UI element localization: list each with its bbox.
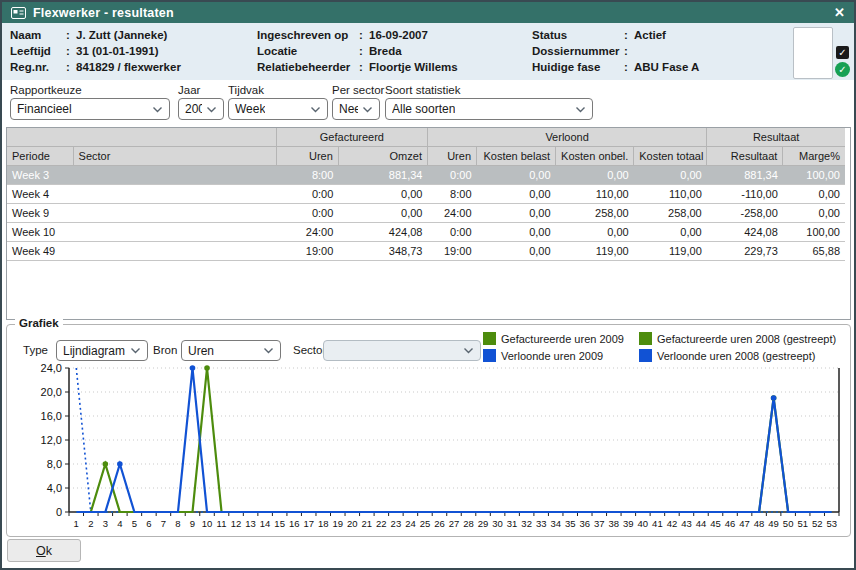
legend-swatch (639, 349, 652, 362)
table-cell: 424,08 (707, 223, 783, 242)
chart-control-label-type: Type (23, 344, 48, 356)
chart-control-label-bron: Bron (153, 344, 177, 356)
table-cell: Week 49 (7, 242, 73, 261)
x-tick-label: 26 (434, 518, 445, 529)
dropdown-value: Week (235, 102, 265, 116)
table-cell: 19:00 (427, 242, 476, 261)
chevron-down-icon (459, 347, 474, 354)
x-tick-label: 15 (274, 518, 285, 529)
check-icon: ✓ (838, 47, 846, 58)
x-tick-label: 9 (190, 518, 195, 529)
table-cell (73, 204, 276, 223)
x-tick-label: 35 (565, 518, 576, 529)
checked-checkbox[interactable]: ✓ (836, 46, 849, 59)
info-label: Naam (10, 27, 66, 43)
table-cell: 0:00 (276, 204, 338, 223)
chart-control-label-sector: Sector (293, 344, 326, 356)
table-cell: Week 4 (7, 185, 73, 204)
table-cell: 0,00 (477, 204, 556, 223)
chart-legend: Gefactureerde uren 2009Gefactureerde ure… (483, 332, 836, 362)
table-row[interactable]: Week 4919:00348,7319:000,00119,00119,002… (7, 242, 845, 261)
table-cell: 24:00 (427, 204, 476, 223)
bron-dropdown[interactable]: Uren (181, 340, 281, 361)
chevron-down-icon (126, 347, 141, 354)
filter-label-soort-statistiek: Soort statistiek (385, 84, 460, 96)
jaar-dropdown[interactable]: 2009 (178, 98, 224, 120)
y-tick-label: 0 (56, 506, 62, 518)
table-cell: -110,00 (707, 185, 783, 204)
filter-label-rapportkeuze: Rapportkeuze (10, 84, 82, 96)
table-cell: 110,00 (634, 185, 707, 204)
table-cell: 0,00 (338, 204, 427, 223)
x-tick-label: 47 (739, 518, 750, 529)
x-tick-label: 53 (826, 518, 837, 529)
soort-statistiek-dropdown[interactable]: Alle soorten (385, 98, 593, 120)
x-tick-label: 43 (681, 518, 692, 529)
x-tick-label: 27 (449, 518, 460, 529)
person-info-row: Naam:J. Zutt (Janneke) (10, 27, 181, 43)
column-header-cell: Periode (7, 147, 73, 166)
info-value: 841829 / flexwerker (76, 59, 181, 75)
ok-button[interactable]: Ok (7, 539, 81, 562)
table-row[interactable]: Week 90:000,0024:000,00258,00258,00-258,… (7, 204, 845, 223)
info-colon: : (66, 27, 76, 43)
info-label: Relatiebeheerder (257, 59, 359, 75)
x-tick-label: 25 (420, 518, 431, 529)
table-cell (73, 223, 276, 242)
table-cell: 0,00 (477, 166, 556, 185)
x-tick-label: 14 (260, 518, 271, 529)
chevron-down-icon (358, 106, 373, 113)
person-info-row: Huidige fase:ABU Fase A (532, 59, 699, 75)
legend-item: Gefactureerde uren 2008 (gestreept) (639, 332, 836, 345)
x-tick-label: 2 (88, 518, 93, 529)
column-header-cell: Omzet (338, 147, 427, 166)
x-tick-label: 44 (696, 518, 707, 529)
x-tick-label: 16 (289, 518, 300, 529)
x-tick-label: 45 (710, 518, 721, 529)
legend-swatch (483, 332, 496, 345)
titlebar: Flexwerker - resultaten ✕ (2, 2, 854, 23)
info-colon: : (624, 43, 634, 59)
info-value: ABU Fase A (634, 59, 699, 75)
data-point (117, 461, 123, 467)
x-tick-label: 36 (579, 518, 590, 529)
y-tick-label: 8,0 (47, 458, 62, 470)
tijdvak-dropdown[interactable]: Week (228, 98, 328, 120)
person-info-row: Reg.nr.:841829 / flexwerker (10, 59, 181, 75)
per-sector-dropdown[interactable]: Nee (332, 98, 380, 120)
x-tick-label: 24 (405, 518, 416, 529)
table-row[interactable]: Week 40:000,008:000,00110,00110,00-110,0… (7, 185, 845, 204)
group-header-cell: Resultaat (707, 128, 845, 147)
x-tick-label: 11 (217, 518, 227, 529)
info-label: Dossiernummer (532, 43, 624, 59)
dropdown-value: Lijndiagram (63, 344, 125, 358)
status-ok-icon: ✓ (835, 62, 850, 77)
info-value: 31 (01-01-1991) (76, 43, 158, 59)
flexwerker-card-icon (11, 7, 26, 19)
x-tick-label: 31 (507, 518, 518, 529)
close-icon[interactable]: ✕ (834, 2, 845, 23)
x-tick-label: 7 (161, 518, 166, 529)
x-tick-label: 29 (478, 518, 489, 529)
table-cell: Week 9 (7, 204, 73, 223)
table-group-header-row: GefactureerdVerloondResultaat (7, 128, 845, 147)
grafiek-box: Grafiek TypeLijndiagramBronUrenSector Ge… (6, 324, 851, 537)
x-tick-label: 39 (623, 518, 634, 529)
table-cell: 100,00 (783, 223, 845, 242)
ok-button-label: Ok (36, 544, 52, 558)
person-info-row: Relatiebeheerder:Floortje Willems (257, 59, 458, 75)
x-tick-label: 4 (117, 518, 122, 529)
type-dropdown[interactable]: Lijndiagram (56, 340, 148, 361)
column-header-cell: Resultaat (707, 147, 783, 166)
x-tick-label: 40 (638, 518, 649, 529)
table-row[interactable]: Week 1024:00424,080:000,000,000,00424,08… (7, 223, 845, 242)
info-colon: : (359, 43, 369, 59)
table-cell: 0,00 (634, 166, 707, 185)
info-value: J. Zutt (Janneke) (76, 27, 167, 43)
column-header-cell: Uren (276, 147, 338, 166)
column-header-cell: Kosten totaal (634, 147, 707, 166)
dropdown-value: 2009 (185, 102, 202, 116)
rapportkeuze-dropdown[interactable]: Financieel (10, 98, 170, 120)
table-row[interactable]: Week 38:00881,340:000,000,000,00881,3410… (7, 166, 845, 185)
person-info-row: Status:Actief (532, 27, 699, 43)
